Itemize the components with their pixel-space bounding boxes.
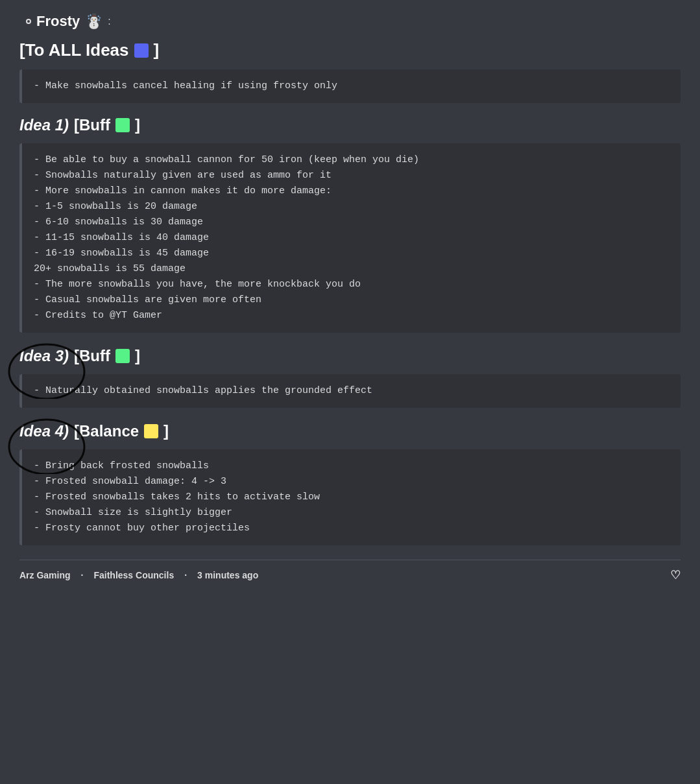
- colon: :: [108, 16, 110, 27]
- idea1-heading: Idea 1) [Buff ]: [19, 116, 681, 134]
- idea3-code-block: - Naturally obtained snowballs applies t…: [19, 374, 681, 408]
- idea1-label: Idea 1): [19, 116, 69, 134]
- footer-username2: Faithless Councils: [93, 570, 174, 580]
- idea4-tag: [Balance: [74, 422, 139, 440]
- bullet-circle: [26, 19, 31, 24]
- global-code-block: - Make snowballs cancel healing if using…: [19, 69, 681, 103]
- idea4-section: Idea 4) [Balance ] - Bring back frosted …: [19, 422, 681, 545]
- snowman-emoji: ☃️: [85, 13, 103, 30]
- idea4-label: Idea 4): [19, 422, 69, 440]
- idea3-green-square: [115, 349, 130, 363]
- idea1-tag: [Buff: [74, 116, 110, 134]
- idea1-content: - Be able to buy a snowball cannon for 5…: [34, 152, 669, 324]
- frosty-header: Frosty ☃️ :: [19, 13, 681, 30]
- to-all-ideas-heading: [To ALL Ideas ]: [19, 40, 681, 60]
- idea3-tag: [Buff: [74, 347, 110, 365]
- idea3-content: - Naturally obtained snowballs applies t…: [34, 383, 669, 399]
- footer-separator1: ·: [81, 570, 84, 580]
- to-all-ideas-text: [To ALL Ideas: [19, 40, 129, 60]
- idea4-content: - Bring back frosted snowballs - Frosted…: [34, 458, 669, 536]
- heart-icon[interactable]: ♡: [670, 568, 681, 582]
- idea1-bracket: ]: [135, 116, 140, 134]
- idea1-green-square: [115, 118, 130, 132]
- footer-separator2: ·: [184, 570, 187, 580]
- footer-username1: Arz Gaming: [19, 570, 71, 580]
- idea3-label: Idea 3): [19, 347, 69, 365]
- idea4-bracket: ]: [163, 422, 169, 440]
- to-all-ideas-bracket: ]: [154, 40, 160, 60]
- footer-time: 3 minutes ago: [197, 570, 258, 580]
- frosty-username: Frosty: [36, 13, 80, 30]
- idea3-section: Idea 3) [Buff ] - Naturally obtained sno…: [19, 347, 681, 408]
- idea4-code-block: - Bring back frosted snowballs - Frosted…: [19, 449, 681, 545]
- idea1-section: Idea 1) [Buff ] - Be able to buy a snowb…: [19, 116, 681, 333]
- global-code-content: - Make snowballs cancel healing if using…: [34, 78, 669, 94]
- idea1-code-block: - Be able to buy a snowball cannon for 5…: [19, 143, 681, 333]
- idea3-bracket: ]: [135, 347, 140, 365]
- footer-bar: Arz Gaming · Faithless Councils · 3 minu…: [19, 560, 681, 582]
- blue-square: [134, 43, 149, 58]
- idea3-heading: Idea 3) [Buff ]: [19, 347, 681, 365]
- idea4-heading: Idea 4) [Balance ]: [19, 422, 681, 440]
- idea4-yellow-square: [144, 424, 158, 438]
